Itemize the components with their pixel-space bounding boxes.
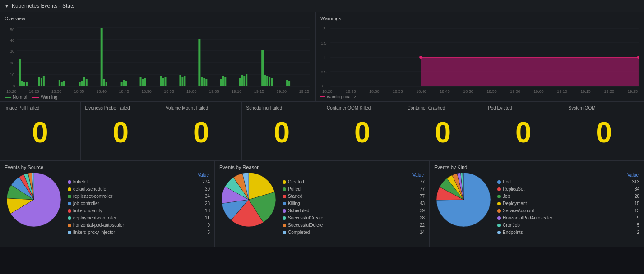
legend-row: Killing 43 — [283, 201, 425, 207]
legend-row: linkerd-proxy-injector 5 — [68, 229, 210, 236]
legend-row: SuccessfulDelete 22 — [283, 222, 425, 228]
svg-rect-31 — [125, 81, 127, 86]
legend-row: HorizontalPodAutoscaler 9 — [497, 215, 639, 221]
legend-dot-2 — [497, 195, 501, 198]
events-by-source-legend: Value kubelet 274 default-scheduler 39 r… — [68, 173, 210, 237]
warnings-x-axis: 18:20 18:25 18:30 18:35 18:40 18:45 18:5… — [320, 89, 639, 94]
legend-label-5: deployment-controller — [73, 215, 197, 221]
legend-dot-0 — [68, 180, 71, 184]
svg-text:30: 30 — [10, 49, 14, 54]
events-by-reason-legend: Value Created 77 Pulled 77 Started 77 Ki… — [283, 173, 425, 237]
svg-rect-21 — [63, 81, 65, 86]
svg-rect-28 — [106, 82, 107, 86]
collapse-arrow-icon[interactable]: ▼ — [5, 4, 9, 9]
overview-title: Overview — [5, 16, 311, 21]
svg-rect-57 — [286, 80, 288, 86]
svg-text:50: 50 — [10, 27, 14, 32]
legend-value-2: 77 — [414, 193, 425, 200]
stat-card-title-5: Container Crashed — [408, 105, 479, 110]
legend-value-7: 5 — [199, 229, 210, 236]
svg-rect-32 — [140, 77, 142, 86]
svg-text:0: 0 — [322, 84, 324, 88]
legend-dot-6 — [68, 224, 71, 227]
legend-value-2: 28 — [629, 193, 639, 200]
warning-note-line — [320, 96, 325, 97]
stat-card-4: Container OOM Killed 0 — [322, 102, 403, 160]
stat-card-title-4: Container OOM Killed — [327, 105, 398, 110]
svg-text:1.5: 1.5 — [321, 41, 327, 46]
legend-normal-color — [5, 97, 11, 98]
pie-svg — [436, 173, 491, 227]
svg-rect-38 — [179, 75, 181, 86]
svg-rect-45 — [220, 79, 222, 86]
legend-dot-1 — [497, 187, 501, 191]
legend-label-4: ServiceAccount — [503, 208, 627, 214]
legend-value-6: 22 — [414, 222, 425, 228]
svg-marker-69 — [421, 57, 639, 86]
svg-rect-33 — [142, 79, 144, 86]
svg-rect-14 — [23, 82, 25, 86]
legend-label-2: Job — [503, 193, 627, 200]
page-header: ▼ Kubernetes Events - Stats — [0, 0, 644, 12]
svg-rect-50 — [243, 76, 245, 86]
legend-value-5: 28 — [414, 215, 425, 221]
svg-rect-26 — [101, 28, 103, 86]
legend-value-1: 39 — [199, 186, 210, 192]
svg-rect-41 — [198, 39, 200, 86]
svg-rect-54 — [266, 76, 268, 86]
legend-value-7: 2 — [629, 229, 639, 236]
legend-row: Pulled 77 — [283, 186, 425, 192]
legend-row: ServiceAccount 13 — [497, 208, 639, 214]
legend-label-4: Scheduled — [288, 208, 412, 214]
svg-rect-25 — [86, 79, 88, 86]
legend-row: Started 77 — [283, 193, 425, 200]
svg-rect-12 — [19, 59, 21, 86]
page-title: Kubernetes Events - Stats — [12, 3, 74, 9]
legend-label-6: CronJob — [503, 222, 627, 228]
legend-dot-7 — [68, 231, 71, 234]
legend-dot-5 — [497, 216, 501, 220]
legend-label-4: linkerd-identity — [73, 208, 197, 214]
legend-value-4: 13 — [199, 208, 210, 214]
events-by-kind-pie — [434, 173, 493, 227]
legend-row: Pod 313 — [497, 179, 639, 185]
legend-value-1: 34 — [629, 186, 639, 192]
legend-value-4: 13 — [629, 208, 639, 214]
stat-card-2: Volume Mount Failed 0 — [161, 102, 242, 160]
svg-rect-34 — [144, 78, 146, 86]
legend-dot-7 — [497, 231, 501, 234]
svg-rect-23 — [81, 81, 83, 86]
svg-rect-46 — [222, 76, 224, 86]
svg-text:0: 0 — [13, 84, 15, 88]
svg-rect-40 — [184, 76, 185, 86]
stat-cards-row: Image Pull Failed 0 Liveness Probe Faile… — [0, 102, 644, 161]
pie-svg — [7, 173, 61, 227]
legend-row: Created 77 — [283, 179, 425, 185]
legend-dot-5 — [68, 216, 71, 220]
svg-rect-39 — [181, 77, 183, 86]
stat-card-title-3: Scheduling Failed — [246, 105, 318, 110]
svg-rect-56 — [271, 78, 273, 86]
stat-card-7: System OOM 0 — [564, 102, 644, 160]
legend-value-0: 274 — [199, 179, 210, 185]
events-by-reason-value-header: Value — [283, 173, 425, 178]
legend-value-7: 14 — [414, 229, 425, 236]
legend-value-5: 9 — [629, 215, 639, 221]
svg-rect-27 — [103, 79, 105, 86]
warning-note: Warning Total: 2 — [320, 95, 356, 99]
legend-label-5: SuccessfulCreate — [288, 215, 412, 221]
legend-dot-2 — [283, 195, 286, 198]
legend-label-5: HorizontalPodAutoscaler — [503, 215, 627, 221]
legend-label-3: Deployment — [503, 201, 627, 207]
legend-row: Job 28 — [497, 193, 639, 200]
legend-dot-6 — [283, 224, 286, 227]
warnings-legend: Warning Total: 2 — [320, 95, 639, 99]
legend-label-0: Pod — [503, 179, 627, 185]
legend-value-5: 11 — [199, 215, 210, 221]
legend-dot-3 — [283, 202, 286, 206]
svg-rect-13 — [21, 81, 23, 86]
legend-label-1: ReplicaSet — [503, 186, 627, 192]
stat-card-title-6: Pod Evicted — [488, 105, 559, 110]
events-by-source-panel: Events by Source Value kubelet 274 defau… — [0, 161, 215, 247]
legend-row: Completed 14 — [283, 229, 425, 236]
